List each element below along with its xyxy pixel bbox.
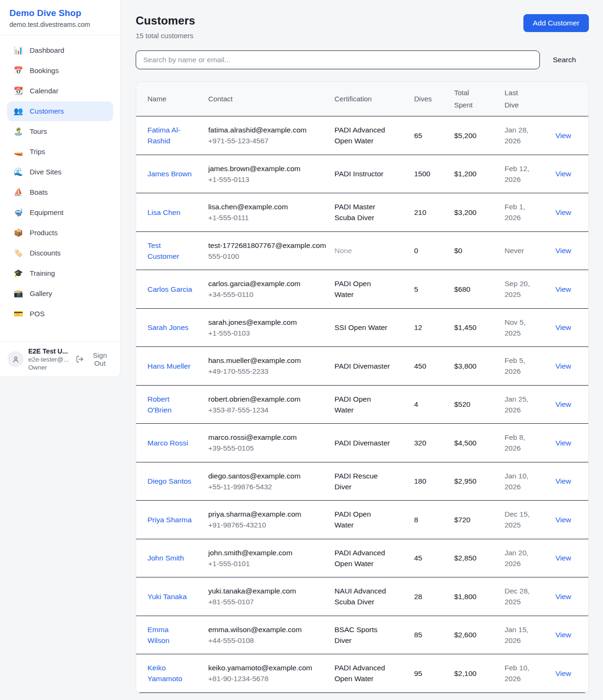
customer-view-cell: View <box>552 385 589 424</box>
customer-email: john.smith@example.com <box>208 547 327 558</box>
customer-view-cell: View <box>552 347 589 386</box>
customer-last-dive-cell: Feb 5, 2026 <box>501 347 552 386</box>
view-link[interactable]: View <box>555 170 571 178</box>
sidebar-item-discounts[interactable]: 🏷️ Discounts <box>7 243 113 263</box>
customer-name-link[interactable]: James Brown <box>147 170 192 178</box>
sidebar-item-label: Equipment <box>30 207 64 218</box>
customer-name-link[interactable]: Yuki Tanaka <box>147 593 187 601</box>
customer-last-dive-cell: Dec 28, 2025 <box>501 577 552 616</box>
view-link[interactable]: View <box>555 247 571 255</box>
view-link[interactable]: View <box>555 554 571 562</box>
sidebar-item-calendar[interactable]: 📆 Calendar <box>7 81 113 101</box>
person-icon <box>12 355 20 363</box>
customer-total-spent-cell: $5,200 <box>450 116 501 155</box>
customer-dives-cell: 210 <box>410 193 450 232</box>
sidebar-item-bookings[interactable]: 📅 Bookings <box>7 61 113 81</box>
customer-certification-cell: SSI Open Water <box>331 308 410 347</box>
view-link[interactable]: View <box>555 132 571 140</box>
sidebar-item-customers[interactable]: 👥 Customers <box>7 101 113 121</box>
customer-row: Carlos Garcia carlos.garcia@example.com … <box>136 270 589 309</box>
customer-row: Fatima Al-Rashid fatima.alrashid@example… <box>136 116 589 155</box>
customer-name-link[interactable]: Marco Rossi <box>147 439 188 447</box>
view-link[interactable]: View <box>555 208 571 216</box>
speedboat-icon: 🚤 <box>13 147 24 157</box>
customer-name-link[interactable]: Fatima Al-Rashid <box>147 126 180 145</box>
customer-name-link[interactable]: Carlos Garcia <box>147 285 192 293</box>
customer-name-link[interactable]: Emma Wilson <box>147 626 170 644</box>
customer-email: james.brown@example.com <box>208 163 327 174</box>
sidebar-item-label: Dive Sites <box>30 167 62 177</box>
package-icon: 📦 <box>13 228 24 238</box>
customer-phone: +34-555-0110 <box>208 289 327 300</box>
view-link[interactable]: View <box>555 439 571 447</box>
sidebar-item-label: Tours <box>30 126 47 137</box>
sidebar-item-label: POS <box>30 309 45 319</box>
customer-total-spent-cell: $3,200 <box>450 193 501 232</box>
search-input[interactable] <box>136 50 540 69</box>
customer-certification-cell: PADI Open Water <box>331 501 410 539</box>
sidebar-item-pos[interactable]: 💳 POS <box>7 304 113 324</box>
customers-table: Name Contact Certification Dives Total S… <box>136 82 589 693</box>
sidebar-item-dashboard[interactable]: 📊 Dashboard <box>7 41 113 60</box>
customer-phone: +1-555-0103 <box>208 328 327 338</box>
customer-name-link[interactable]: John Smith <box>147 554 184 562</box>
sidebar-item-products[interactable]: 📦 Products <box>7 223 113 243</box>
customer-certification-cell: PADI Master Scuba Diver <box>331 193 410 232</box>
customer-name-cell: Sarah Jones <box>136 308 204 347</box>
customer-view-cell: View <box>552 539 589 577</box>
view-link[interactable]: View <box>555 362 571 370</box>
view-link[interactable]: View <box>555 285 571 293</box>
customer-row: Hans Mueller hans.mueller@example.com +4… <box>136 347 589 386</box>
customer-total-spent-cell: $3,800 <box>450 347 501 386</box>
customer-dives-cell: 320 <box>410 424 450 462</box>
customer-name-link[interactable]: Hans Mueller <box>147 362 190 370</box>
view-link[interactable]: View <box>555 669 571 677</box>
customer-name-link[interactable]: Priya Sharma <box>147 516 192 524</box>
view-link[interactable]: View <box>555 631 571 639</box>
customer-name-link[interactable]: Lisa Chen <box>147 208 180 216</box>
customer-name-link[interactable]: Robert O'Brien <box>147 395 171 414</box>
sidebar-item-tours[interactable]: 🏝️ Tours <box>7 122 113 141</box>
sidebar-item-label: Trips <box>30 147 45 157</box>
customer-name-link[interactable]: Keiko Yamamoto <box>147 664 182 683</box>
customer-name-link[interactable]: Sarah Jones <box>147 323 188 331</box>
customer-total-spent-cell: $2,600 <box>450 616 501 654</box>
customer-email: diego.santos@example.com <box>208 470 327 481</box>
customer-contact-cell: yuki.tanaka@example.com +81-555-0107 <box>204 577 331 616</box>
sidebar-nav: 📊 Dashboard 📅 Bookings 📆 Calendar 👥 Cust… <box>0 35 120 341</box>
sidebar-user-panel: E2E Test U... e2e-tester@... Owner Sign … <box>0 341 120 377</box>
view-link[interactable]: View <box>555 477 571 485</box>
sign-out-button[interactable]: Sign Out <box>76 351 113 367</box>
sign-out-icon <box>76 355 84 363</box>
sidebar-item-boats[interactable]: ⛵ Boats <box>7 182 113 202</box>
sidebar-item-gallery[interactable]: 📸 Gallery <box>7 284 113 304</box>
view-link[interactable]: View <box>555 323 571 331</box>
user-name: E2E Test U... <box>28 347 71 355</box>
column-header-name: Name <box>136 82 204 116</box>
view-link[interactable]: View <box>555 593 571 601</box>
sidebar-item-training[interactable]: 🎓 Training <box>7 264 113 283</box>
view-link[interactable]: View <box>555 516 571 524</box>
customer-last-dive-cell: Feb 10, 2026 <box>501 654 552 693</box>
customer-email: test-1772681807767@example.com <box>208 240 327 251</box>
column-header-certification: Certification <box>331 82 410 116</box>
add-customer-button[interactable]: Add Customer <box>523 14 589 32</box>
sidebar-item-equipment[interactable]: 🤿 Equipment <box>7 203 113 222</box>
customer-name-cell: Fatima Al-Rashid <box>136 116 204 155</box>
customer-dives-cell: 450 <box>410 347 450 386</box>
view-link[interactable]: View <box>555 400 571 408</box>
customer-certification-cell: None <box>331 231 410 270</box>
customer-last-dive-cell: Feb 12, 2026 <box>501 155 552 193</box>
sidebar-item-dive-sites[interactable]: 🌊 Dive Sites <box>7 162 113 182</box>
customer-row: James Brown james.brown@example.com +1-5… <box>136 155 589 193</box>
customer-last-dive-cell: Jan 20, 2026 <box>501 539 552 577</box>
sidebar-item-trips[interactable]: 🚤 Trips <box>7 142 113 162</box>
customer-view-cell: View <box>552 270 589 309</box>
search-bar: Search <box>136 50 589 69</box>
customer-name-link[interactable]: Diego Santos <box>147 477 191 485</box>
search-button[interactable]: Search <box>540 56 589 64</box>
customer-email: lisa.chen@example.com <box>208 201 327 212</box>
customer-contact-cell: robert.obrien@example.com +353-87-555-12… <box>204 385 331 424</box>
customer-certification-cell: PADI Divemaster <box>331 424 410 462</box>
customer-name-link[interactable]: Test Customer <box>147 241 179 260</box>
